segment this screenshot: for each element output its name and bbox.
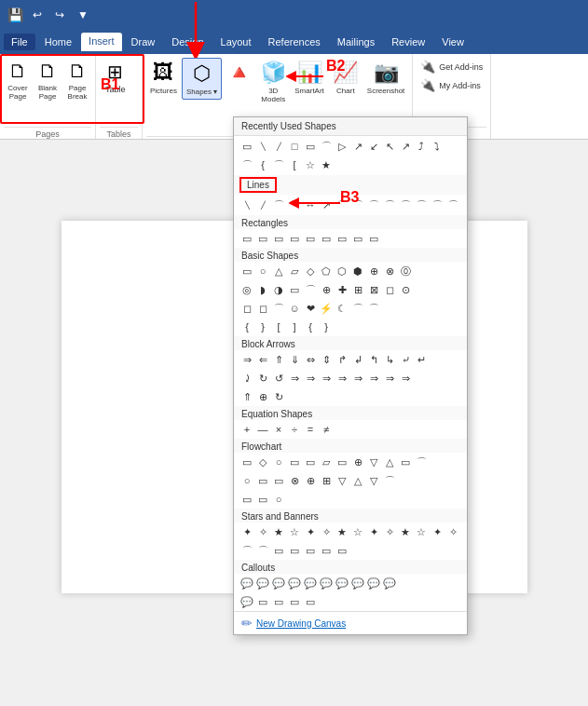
shape-arrow[interactable]: ⇒ xyxy=(382,371,397,386)
shape-item[interactable]: { xyxy=(255,157,270,172)
shape-item[interactable]: ⤵ xyxy=(430,139,444,154)
shape-star[interactable]: ✧ xyxy=(319,524,334,539)
shape-eq[interactable]: × xyxy=(271,422,286,437)
shape-basic[interactable]: { xyxy=(303,319,318,334)
shape-arrow[interactable]: ⇒ xyxy=(239,352,254,367)
shape-arrow[interactable]: ⇑ xyxy=(239,389,254,404)
menu-draw[interactable]: Draw xyxy=(124,34,163,50)
shape-line[interactable]: ⌒ xyxy=(430,197,444,212)
shape-basic[interactable]: ⊕ xyxy=(319,282,334,297)
menu-mailings[interactable]: Mailings xyxy=(330,34,382,50)
shape-flow[interactable]: △ xyxy=(350,473,365,488)
shape-star[interactable]: ⌒ xyxy=(239,543,254,558)
shape-basic[interactable]: } xyxy=(255,319,270,334)
shape-flow[interactable]: ▭ xyxy=(287,455,302,469)
shape-arrow[interactable]: ↻ xyxy=(271,389,286,404)
shape-basic[interactable]: [ xyxy=(271,319,286,334)
shape-flow[interactable]: ▭ xyxy=(303,455,318,469)
shape-flow[interactable]: ▭ xyxy=(239,455,254,469)
shape-flow[interactable]: ⌒ xyxy=(382,473,397,488)
shape-flow[interactable]: ◇ xyxy=(255,455,270,469)
shape-callout[interactable]: 💬 xyxy=(239,576,254,591)
shape-star[interactable]: ▭ xyxy=(271,543,286,558)
shape-callout[interactable]: 💬 xyxy=(335,576,349,591)
shape-flow[interactable]: ○ xyxy=(271,492,286,507)
shape-basic[interactable]: ◻ xyxy=(239,301,254,316)
shape-star[interactable]: ☆ xyxy=(414,524,429,539)
shape-star[interactable]: ✦ xyxy=(303,524,318,539)
shape-callout[interactable]: 💬 xyxy=(287,576,302,591)
shape-rect[interactable]: ▭ xyxy=(366,231,381,246)
shape-flow[interactable]: ▭ xyxy=(271,473,286,488)
shape-flow[interactable]: ○ xyxy=(271,455,286,469)
smartart-btn[interactable]: 📊 SmartArt xyxy=(291,58,328,98)
shape-flow[interactable]: ⊞ xyxy=(319,473,334,488)
shape-basic[interactable]: ⊙ xyxy=(398,282,413,297)
shape-star[interactable]: ▭ xyxy=(287,543,302,558)
shape-arrow[interactable]: ⇒ xyxy=(287,371,302,386)
shape-item[interactable]: ▭ xyxy=(303,139,318,154)
customize-btn[interactable]: ▼ xyxy=(74,7,92,23)
shape-callout[interactable]: 💬 xyxy=(366,576,381,591)
shape-arrow[interactable]: ⤶ xyxy=(398,352,413,367)
pictures-btn[interactable]: 🖼 Pictures xyxy=(146,58,181,98)
menu-layout[interactable]: Layout xyxy=(213,34,259,50)
shape-basic[interactable]: ⊕ xyxy=(366,264,381,278)
shape-star[interactable]: ▭ xyxy=(303,543,318,558)
shape-line[interactable]: ⌒ xyxy=(382,197,397,212)
shape-line[interactable]: ⌒ xyxy=(445,197,460,212)
shape-arrow[interactable]: ⇒ xyxy=(335,371,349,386)
shape-basic[interactable]: { xyxy=(239,319,254,334)
shape-callout[interactable]: 💬 xyxy=(239,594,254,609)
shape-flow[interactable]: ▽ xyxy=(335,473,349,488)
shape-arrow[interactable]: ⤸ xyxy=(239,371,254,386)
shape-line[interactable]: ⌒ xyxy=(271,197,286,212)
shape-star[interactable]: ⌒ xyxy=(255,543,270,558)
blank-page-btn[interactable]: 🗋 BlankPage xyxy=(34,58,62,103)
shape-item[interactable]: ▷ xyxy=(335,139,349,154)
shape-flow[interactable]: ▭ xyxy=(239,492,254,507)
shape-line[interactable]: ╲ xyxy=(239,197,254,212)
shape-basic[interactable]: ⬢ xyxy=(350,264,365,278)
shape-basic[interactable]: ⌒ xyxy=(366,301,381,316)
shape-flow[interactable]: ▭ xyxy=(335,455,349,469)
shape-eq[interactable]: + xyxy=(239,422,254,437)
shape-item[interactable]: ⤴ xyxy=(414,139,429,154)
shape-item[interactable]: ★ xyxy=(319,157,334,172)
shape-basic[interactable]: ⊗ xyxy=(382,264,397,278)
shape-callout[interactable]: ▭ xyxy=(287,594,302,609)
shape-callout[interactable]: 💬 xyxy=(319,576,334,591)
menu-insert[interactable]: Insert xyxy=(81,33,122,51)
shape-star[interactable]: ☆ xyxy=(350,524,365,539)
menu-review[interactable]: Review xyxy=(384,34,432,50)
shape-flow[interactable]: ⊕ xyxy=(350,455,365,469)
shape-basic[interactable]: } xyxy=(319,319,334,334)
shape-item[interactable]: [ xyxy=(287,157,302,172)
chart-btn[interactable]: 📈 Chart xyxy=(329,58,362,98)
shape-star[interactable]: ✦ xyxy=(239,524,254,539)
shape-arrow[interactable]: ⊕ xyxy=(255,389,270,404)
shape-star[interactable]: ✧ xyxy=(255,524,270,539)
shape-star[interactable]: ★ xyxy=(271,524,286,539)
shape-basic[interactable]: ◎ xyxy=(239,282,254,297)
shape-star[interactable]: ★ xyxy=(398,524,413,539)
shape-arrow[interactable]: ⇒ xyxy=(366,371,381,386)
shape-basic[interactable]: ⌒ xyxy=(303,282,318,297)
shape-basic[interactable]: ⊞ xyxy=(350,282,365,297)
shape-rect[interactable]: ▭ xyxy=(287,231,302,246)
shape-flow[interactable]: ⌒ xyxy=(414,455,429,469)
shape-basic[interactable]: ◻ xyxy=(382,282,397,297)
shape-callout[interactable]: 💬 xyxy=(303,576,318,591)
new-canvas-row[interactable]: ✏ New Drawing Canvas xyxy=(234,611,467,634)
shape-item[interactable]: ╱ xyxy=(271,139,286,154)
shape-line[interactable]: ⌒ xyxy=(350,197,365,212)
shape-callout[interactable]: ▭ xyxy=(255,594,270,609)
shape-arrow[interactable]: ⇒ xyxy=(303,371,318,386)
my-addins-btn[interactable]: 🔌 My Add-ins xyxy=(417,76,486,94)
shape-item[interactable]: ╲ xyxy=(255,139,270,154)
shape-line[interactable]: ⌒ xyxy=(287,197,302,212)
shape-eq[interactable]: — xyxy=(255,422,270,437)
shape-star[interactable]: ✦ xyxy=(366,524,381,539)
shape-callout[interactable]: 💬 xyxy=(350,576,365,591)
shape-basic[interactable]: ☺ xyxy=(287,301,302,316)
